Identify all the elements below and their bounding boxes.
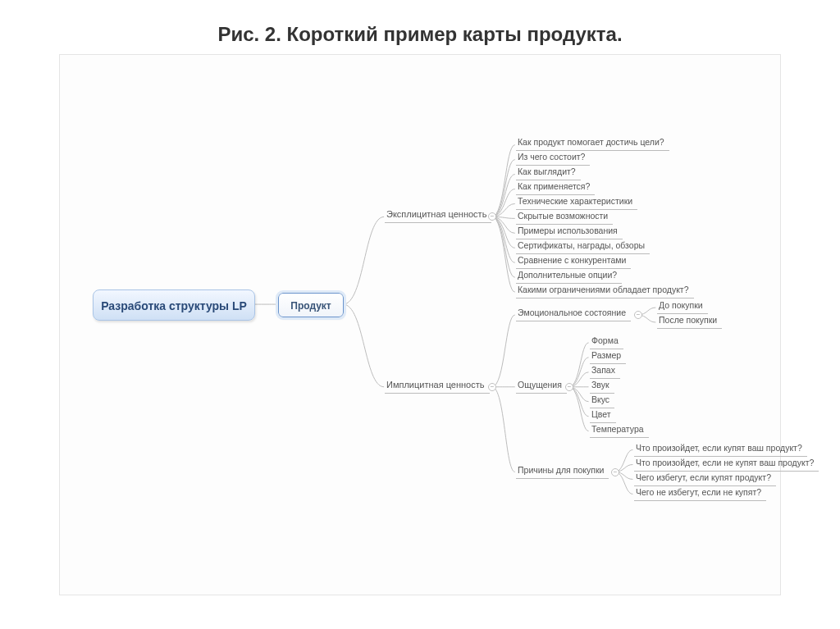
mindmap-canvas: Разработка структуры LP Продукт Эксплици… <box>59 54 781 595</box>
leaf-sense-6[interactable]: Температура <box>590 422 649 438</box>
expand-icon[interactable]: − <box>565 383 573 391</box>
leaf-explicit-7[interactable]: Сертификаты, награды, обзоры <box>516 239 650 254</box>
expand-icon[interactable]: − <box>611 468 619 476</box>
branch-reasons[interactable]: Причины для покупки <box>516 463 609 479</box>
leaf-explicit-9[interactable]: Дополнительные опции? <box>516 268 622 284</box>
leaf-sense-5[interactable]: Цвет <box>590 408 616 423</box>
expand-icon[interactable]: − <box>488 383 496 391</box>
leaf-sense-3[interactable]: Звук <box>590 378 614 394</box>
leaf-explicit-4[interactable]: Технические характеристики <box>516 194 637 210</box>
branch-explicit[interactable]: Эксплицитная ценность <box>385 207 491 223</box>
leaf-reasons-2[interactable]: Чего избегут, если купят продукт? <box>634 471 776 486</box>
leaf-explicit-10[interactable]: Какими ограничениями обладает продукт? <box>516 283 694 299</box>
leaf-sense-4[interactable]: Вкус <box>590 393 614 408</box>
expand-icon[interactable]: − <box>488 212 496 221</box>
branch-implicit[interactable]: Имплицитная ценность <box>385 378 490 394</box>
leaf-sense-1[interactable]: Размер <box>590 349 626 364</box>
expand-icon[interactable]: − <box>634 311 642 319</box>
figure-title: Рис. 2. Короткий пример карты продукта. <box>0 23 840 46</box>
leaf-explicit-3[interactable]: Как применяется? <box>516 180 595 195</box>
leaf-explicit-1[interactable]: Из чего состоит? <box>516 150 590 166</box>
leaf-sense-2[interactable]: Запах <box>590 363 620 379</box>
leaf-emotional-0[interactable]: До покупки <box>657 299 708 314</box>
root-node[interactable]: Разработка структуры LP <box>93 289 255 321</box>
leaf-sense-0[interactable]: Форма <box>590 334 623 349</box>
leaf-explicit-5[interactable]: Скрытые возможности <box>516 209 613 225</box>
branch-emotional[interactable]: Эмоциональное состояние <box>516 306 631 321</box>
leaf-reasons-3[interactable]: Чего не избегут, если не купят? <box>634 485 766 501</box>
leaf-explicit-6[interactable]: Примеры использования <box>516 224 623 239</box>
product-node[interactable]: Продукт <box>278 293 344 317</box>
leaf-explicit-0[interactable]: Как продукт помогает достичь цели? <box>516 135 669 151</box>
branch-sense[interactable]: Ощущения <box>516 378 567 394</box>
leaf-emotional-1[interactable]: После покупки <box>657 313 722 329</box>
leaf-reasons-0[interactable]: Что произойдет, если купят ваш продукт? <box>634 441 807 457</box>
leaf-explicit-2[interactable]: Как выглядит? <box>516 165 581 180</box>
leaf-explicit-8[interactable]: Сравнение с конкурентами <box>516 253 631 269</box>
leaf-reasons-1[interactable]: Что произойдет, если не купят ваш продук… <box>634 456 819 472</box>
